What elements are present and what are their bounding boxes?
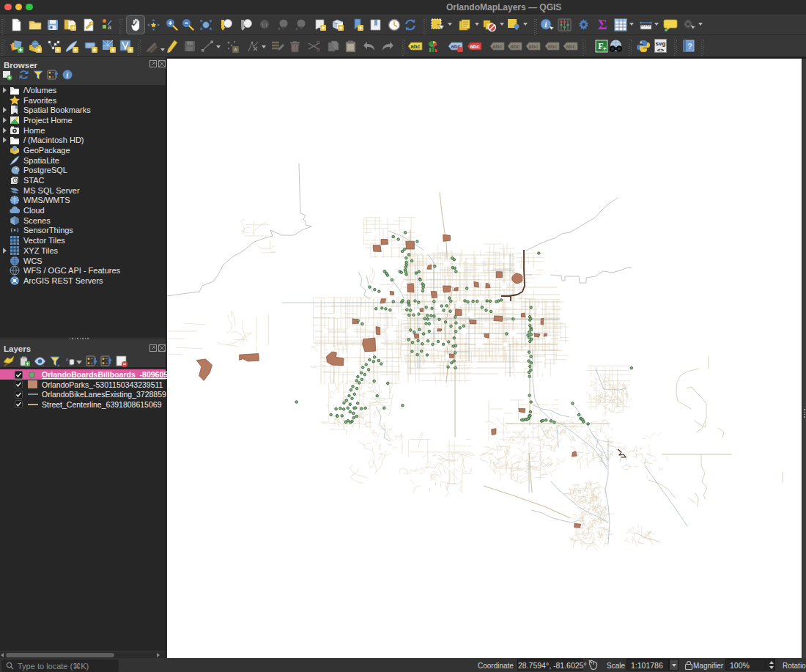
svg-text:i: i (545, 21, 547, 29)
svg-text:ε: ε (66, 356, 69, 363)
svg-text:abc: abc (511, 43, 520, 50)
svg-text:abc: abc (411, 43, 421, 50)
svg-text:?: ? (687, 42, 692, 51)
svg-text:abc: abc (529, 43, 539, 50)
svg-text:a: a (108, 23, 111, 30)
svg-text:1:1: 1:1 (262, 23, 268, 27)
svg-text:abc: abc (566, 43, 576, 50)
svg-text:abc: abc (493, 43, 503, 50)
svg-text:abc: abc (548, 43, 558, 50)
svg-text:i: i (67, 71, 69, 79)
svg-text:abc: abc (470, 43, 480, 50)
